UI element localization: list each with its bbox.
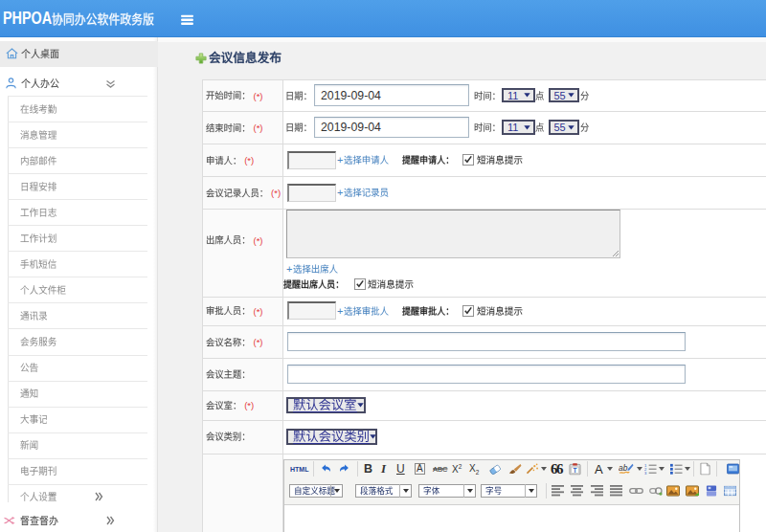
- svg-text:3: 3: [644, 471, 647, 476]
- svg-text:T: T: [574, 467, 577, 474]
